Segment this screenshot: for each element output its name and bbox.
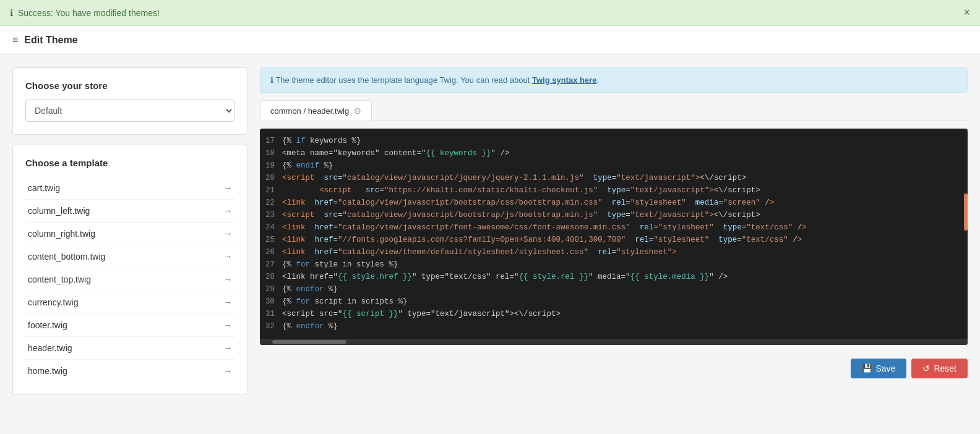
template-section: Choose a template cart.twig→column_left.… (12, 145, 247, 395)
line-number: 21 (260, 184, 282, 197)
code-editor[interactable]: 17{% if keywords %}18<meta name="keyword… (260, 129, 968, 345)
line-content: <script src="catalog/view/javascript/jqu… (282, 172, 759, 184)
line-number: 18 (260, 147, 282, 160)
line-content: <link href="catalog/view/javascript/font… (282, 221, 819, 234)
line-content: {% if keywords %} (282, 135, 374, 147)
main-layout: Choose your store Default Choose a templ… (0, 55, 980, 407)
scrollbar-thumb (272, 340, 346, 344)
code-line: 22<link href="catalog/view/javascript/bo… (260, 197, 968, 209)
template-item[interactable]: footer.twig→ (25, 314, 234, 337)
success-text: Success: You have modified themes! (18, 8, 160, 18)
line-content: <script src="https://khalti.com/static/k… (282, 184, 773, 197)
twig-syntax-link[interactable]: Twig syntax here (532, 75, 597, 85)
twig-syntax-link-text: Twig syntax here (532, 75, 597, 85)
line-content: <link href="//fonts.googleapis.com/css?f… (282, 234, 814, 246)
reset-label: Reset (934, 364, 956, 373)
reset-button[interactable]: ↺ Reset (911, 359, 968, 378)
line-content: <link href="catalog/view/theme/default/s… (282, 246, 689, 258)
line-number: 28 (260, 271, 282, 283)
template-name: home.twig (28, 366, 67, 376)
line-number: 23 (260, 209, 282, 221)
template-item[interactable]: home.twig→ (25, 360, 234, 382)
success-close-button[interactable]: × (963, 6, 970, 19)
template-arrow-icon: → (223, 320, 232, 330)
template-name: content_top.twig (28, 274, 91, 284)
line-number: 29 (260, 283, 282, 296)
line-number: 32 (260, 320, 282, 333)
save-icon: 💾 (862, 364, 872, 373)
template-item[interactable]: column_left.twig→ (25, 200, 234, 223)
code-line: 21 <script src="https://khalti.com/stati… (260, 184, 968, 197)
line-content: {% endfor %} (282, 320, 350, 333)
tab-close-icon[interactable]: ⊖ (354, 106, 361, 116)
line-content: <link href="catalog/view/javascript/boot… (282, 197, 786, 209)
template-arrow-icon: → (223, 206, 232, 216)
info-banner: ℹ The theme editor uses the template lan… (260, 67, 968, 93)
scrollbar-indicator (964, 194, 968, 231)
template-name: currency.twig (28, 297, 78, 307)
info-text-after: . (597, 75, 600, 85)
line-content: {% endfor %} (282, 283, 350, 296)
code-lines: 17{% if keywords %}18<meta name="keyword… (260, 129, 968, 339)
code-line: 18<meta name="keywords" content="{{ keyw… (260, 147, 968, 160)
code-line: 17{% if keywords %} (260, 135, 968, 147)
action-bar: 💾 Save ↺ Reset (260, 352, 968, 385)
store-select[interactable]: Default (25, 100, 234, 122)
code-line: 24<link href="catalog/view/javascript/fo… (260, 221, 968, 234)
template-arrow-icon: → (223, 274, 232, 284)
store-section-heading: Choose your store (25, 80, 234, 91)
line-number: 22 (260, 197, 282, 209)
template-arrow-icon: → (223, 366, 232, 376)
info-text: The theme editor uses the template langu… (275, 75, 532, 85)
save-label: Save (876, 364, 896, 373)
code-line: 30{% for script in scripts %} (260, 296, 968, 308)
code-line: 32{% endfor %} (260, 320, 968, 333)
line-number: 27 (260, 258, 282, 271)
template-name: header.twig (28, 343, 72, 353)
code-line: 23<script src="catalog/view/javascript/b… (260, 209, 968, 221)
code-line: 29{% endfor %} (260, 283, 968, 296)
reset-icon: ↺ (922, 364, 930, 373)
template-item[interactable]: header.twig→ (25, 337, 234, 360)
template-item[interactable]: content_bottom.twig→ (25, 245, 234, 268)
template-arrow-icon: → (223, 229, 232, 239)
success-message: ℹ Success: You have modified themes! (10, 8, 160, 18)
line-content: <script src="catalog/view/javascript/boo… (282, 209, 773, 221)
sidebar: Choose your store Default Choose a templ… (12, 67, 247, 395)
template-name: cart.twig (28, 183, 60, 193)
code-line: 27{% for style in styles %} (260, 258, 968, 271)
line-number: 24 (260, 221, 282, 234)
template-item[interactable]: cart.twig→ (25, 177, 234, 200)
line-number: 19 (260, 160, 282, 172)
template-name: footer.twig (28, 320, 67, 330)
line-content: {% for style in styles %} (282, 258, 411, 271)
tab-label: common / header.twig (270, 106, 349, 116)
template-name: content_bottom.twig (28, 252, 105, 262)
template-list: cart.twig→column_left.twig→column_right.… (25, 177, 234, 382)
line-content: <script src="{{ script }}" type="text/ja… (282, 308, 573, 320)
template-item[interactable]: content_top.twig→ (25, 268, 234, 291)
line-content: <link href="{{ style.href }}" type="text… (282, 271, 740, 283)
template-arrow-icon: → (223, 252, 232, 262)
template-name: column_right.twig (28, 229, 95, 239)
line-number: 20 (260, 172, 282, 184)
line-number: 17 (260, 135, 282, 147)
template-name: column_left.twig (28, 206, 90, 216)
content-area: ℹ The theme editor uses the template lan… (260, 67, 968, 395)
page-header: ≡ Edit Theme (0, 26, 980, 55)
code-line: 19{% endif %} (260, 160, 968, 172)
code-line: 28<link href="{{ style.href }}" type="te… (260, 271, 968, 283)
template-arrow-icon: → (223, 297, 232, 307)
save-button[interactable]: 💾 Save (851, 359, 907, 378)
template-item[interactable]: column_right.twig→ (25, 223, 234, 245)
template-item[interactable]: currency.twig→ (25, 291, 234, 314)
menu-icon: ≡ (12, 35, 18, 46)
success-banner: ℹ Success: You have modified themes! × (0, 0, 980, 26)
horizontal-scrollbar[interactable] (260, 339, 968, 345)
line-number: 26 (260, 246, 282, 258)
line-content: {% for script in scripts %} (282, 296, 420, 308)
tab-header-twig[interactable]: common / header.twig ⊖ (260, 100, 372, 121)
line-number: 31 (260, 308, 282, 320)
template-arrow-icon: → (223, 183, 232, 193)
code-line: 20<script src="catalog/view/javascript/j… (260, 172, 968, 184)
